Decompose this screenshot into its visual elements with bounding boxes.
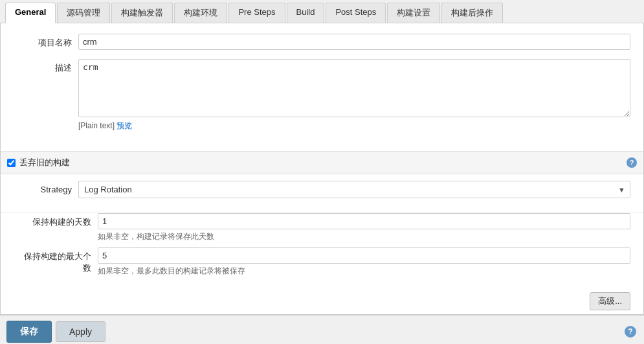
strategy-label: Strategy — [20, 185, 78, 194]
days-hint: 如果非空，构建记录将保存此天数 — [98, 231, 630, 242]
project-name-input-wrap — [78, 34, 630, 50]
discard-builds-help-icon[interactable]: ? — [627, 157, 637, 168]
project-name-label: 项目名称 — [14, 34, 78, 49]
days-input-wrap: 如果非空，构建记录将保存此天数 — [98, 213, 630, 242]
max-input-wrap: 如果非空，最多此数目的构建记录将被保存 — [98, 247, 630, 277]
preview-link[interactable]: 预览 — [117, 121, 132, 130]
main-container: General 源码管理 构建触发器 构建环境 Pre Steps Build … — [0, 0, 644, 344]
discard-builds-checkbox[interactable] — [7, 159, 16, 167]
strategy-select-wrap: Log Rotation Keep All Builds ▼ — [78, 181, 630, 198]
days-label: 保持构建的天数 — [20, 213, 98, 228]
max-input[interactable] — [98, 247, 630, 264]
apply-button[interactable]: Apply — [56, 321, 105, 342]
strategy-select[interactable]: Log Rotation Keep All Builds — [78, 181, 630, 198]
max-row: 保持构建的最大个数 如果非空，最多此数目的构建记录将被保存 — [20, 247, 630, 277]
days-row: 保持构建的天数 如果非空，构建记录将保存此天数 — [20, 213, 630, 242]
sub-fields: 保持构建的天数 如果非空，构建记录将保存此天数 保持构建的最大个数 如果非空，最… — [1, 213, 643, 288]
max-label: 保持构建的最大个数 — [20, 247, 98, 274]
tabs-bar: General 源码管理 构建触发器 构建环境 Pre Steps Build … — [0, 0, 644, 23]
days-input[interactable] — [98, 213, 630, 229]
plain-text-hint: [Plain text] 预览 — [78, 120, 630, 132]
advanced-button[interactable]: 高级... — [590, 292, 630, 310]
discard-builds-label: 丢弃旧的构建 — [19, 157, 70, 168]
tab-env[interactable]: 构建环境 — [174, 3, 227, 23]
max-hint: 如果非空，最多此数目的构建记录将被保存 — [98, 266, 630, 277]
description-input[interactable]: crm — [78, 59, 630, 117]
project-name-row: 项目名称 — [14, 34, 630, 50]
description-row: 描述 crm [Plain text] 预览 — [14, 59, 630, 132]
discard-builds-row: 丢弃旧的构建 ? — [1, 151, 643, 174]
description-label: 描述 — [14, 59, 78, 74]
advanced-row: 高级... — [1, 288, 643, 314]
form-section: 项目名称 描述 crm [Plain text] 预览 — [1, 23, 643, 151]
description-input-wrap: crm [Plain text] 预览 — [78, 59, 630, 132]
content-area: 项目名称 描述 crm [Plain text] 预览 丢弃 — [0, 23, 644, 315]
tab-post-steps[interactable]: Post Steps — [326, 3, 386, 23]
tab-general[interactable]: General — [5, 3, 56, 23]
tab-settings[interactable]: 构建设置 — [387, 3, 440, 23]
tab-build[interactable]: Build — [287, 3, 325, 23]
tab-trigger[interactable]: 构建触发器 — [111, 3, 173, 23]
tab-source[interactable]: 源码管理 — [57, 3, 110, 23]
tab-pre-steps[interactable]: Pre Steps — [228, 3, 285, 23]
strategy-row: Strategy Log Rotation Keep All Builds ▼ — [20, 181, 630, 198]
project-name-input[interactable] — [78, 34, 630, 50]
footer-bar: 保存 Apply ? — [0, 315, 644, 344]
tab-post-build[interactable]: 构建后操作 — [441, 3, 503, 23]
plain-text-label: [Plain text] — [78, 121, 115, 130]
strategy-section: Strategy Log Rotation Keep All Builds ▼ — [1, 174, 643, 213]
footer-help-icon[interactable]: ? — [625, 326, 636, 338]
save-button[interactable]: 保存 — [6, 321, 52, 343]
